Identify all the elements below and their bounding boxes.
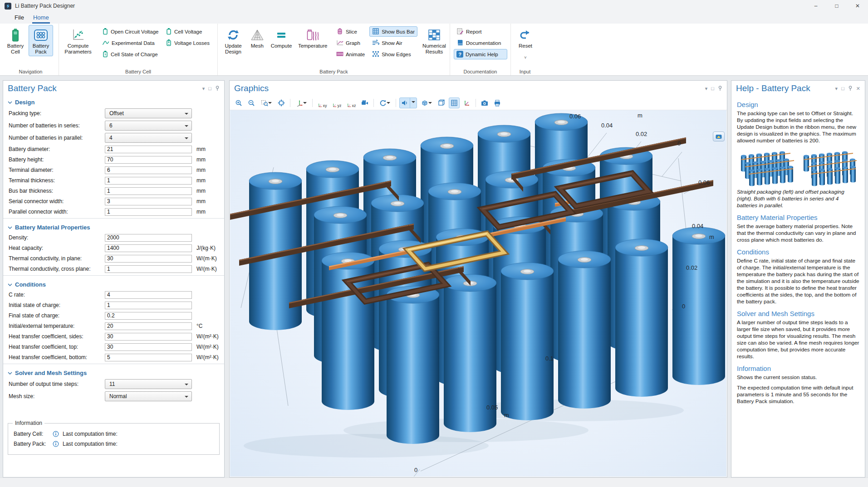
chevron-down-icon[interactable]: ▾ (835, 86, 838, 91)
info-row-battery-pack: Battery Pack: Last computation time: (14, 441, 216, 447)
heat-transfer-bottom-input[interactable] (105, 354, 192, 361)
ribbon-group-battery-cell: Compute Parameters Open Circuit Voltage … (59, 24, 218, 75)
axis-tick-label: 0.06 (569, 113, 581, 120)
serial-connector-width-input[interactable] (105, 198, 192, 205)
chevron-down-icon[interactable]: ▾ (202, 86, 205, 91)
help-text: The expected computation time with defau… (737, 385, 859, 405)
view-options-icon[interactable] (419, 97, 434, 108)
thermal-conductivity-cross-plane-input[interactable] (105, 265, 192, 273)
parallel-connector-width-input[interactable] (105, 208, 192, 216)
c-rate-input[interactable] (105, 291, 192, 299)
chevron-down-icon[interactable] (410, 98, 417, 108)
graph-button[interactable]: Graph (333, 38, 368, 48)
cell-voltage-button[interactable]: Cell Voltage (163, 26, 214, 37)
battery-height-input[interactable] (105, 156, 192, 164)
compute-button[interactable]: Compute (269, 25, 294, 56)
parallel-count-select[interactable]: 4 (105, 133, 192, 143)
pin-icon[interactable] (848, 86, 853, 91)
float-icon[interactable]: □ (208, 86, 211, 91)
book-icon (456, 39, 464, 47)
print-icon[interactable] (492, 97, 503, 108)
section-battery-material-properties[interactable]: Battery Material Properties (3, 221, 224, 234)
mesh-button[interactable]: Mesh (247, 25, 268, 56)
section-design[interactable]: Design (3, 96, 224, 108)
pin-icon[interactable] (215, 86, 220, 91)
image-snapshot-icon[interactable] (479, 97, 490, 108)
open-circuit-voltage-button[interactable]: Open Circuit Voltage (99, 26, 161, 37)
series-count-select[interactable]: 6 (105, 121, 192, 131)
experimental-data-button[interactable]: Experimental Data (99, 38, 161, 48)
heat-transfer-top-input[interactable] (105, 343, 192, 351)
numerical-results-button[interactable]: Numerical Results (419, 25, 449, 56)
initial-state-of-charge-input[interactable] (105, 302, 192, 309)
transparency-icon[interactable] (436, 97, 447, 108)
axis-tick-label: 0.05 (486, 404, 498, 411)
graphics-canvas[interactable]: 0.06 0.04 0.02 0 m 0.06 0.04 0.02 0 m 0.… (230, 110, 726, 477)
documentation-button[interactable]: Documentation (454, 38, 507, 48)
scene-light-button[interactable] (399, 97, 417, 108)
curve-icon (102, 39, 109, 47)
tab-home[interactable]: Home (29, 12, 54, 24)
ribbon: Battery Cell Battery Pack Navigation Com… (0, 24, 868, 76)
minimize-icon[interactable]: – (805, 0, 826, 12)
float-icon[interactable]: □ (711, 86, 714, 91)
battery-bolt-icon (102, 50, 108, 58)
temperature-button[interactable]: Temperature (295, 25, 330, 56)
maximize-icon[interactable]: □ (826, 0, 847, 12)
voltage-losses-button[interactable]: Voltage Losses (163, 38, 214, 48)
battery-diameter-input[interactable] (105, 146, 192, 153)
final-state-of-charge-input[interactable] (105, 312, 192, 320)
float-icon[interactable]: □ (841, 86, 844, 91)
density-input[interactable] (105, 234, 192, 242)
close-icon[interactable]: ✕ (847, 0, 868, 12)
mesh-size-select[interactable]: Normal (105, 391, 192, 401)
battery-pack-button[interactable]: Battery Pack (29, 25, 53, 56)
section-conditions[interactable]: Conditions (3, 278, 224, 291)
section-solver-mesh-settings[interactable]: Solver and Mesh Settings (3, 367, 224, 379)
battery-cell-button[interactable]: Battery Cell (3, 25, 28, 56)
tab-file[interactable]: File (10, 12, 29, 24)
window-title: Li Battery Pack Designer (15, 3, 75, 9)
zoom-in-icon[interactable] (233, 97, 244, 108)
film-icon (336, 51, 343, 58)
divider (3, 364, 224, 364)
rotate-icon[interactable] (377, 97, 392, 108)
terminal-diameter-input[interactable] (105, 166, 192, 174)
zoom-out-icon[interactable] (246, 97, 257, 108)
axis-tick-label: 0 (677, 140, 681, 147)
compute-parameters-button[interactable]: Compute Parameters (62, 25, 94, 56)
go-to-xz-view-icon[interactable]: xz (345, 97, 358, 108)
cell-state-of-charge-button[interactable]: Cell State of Charge (99, 49, 161, 59)
initial-external-temperature-input[interactable] (105, 322, 192, 330)
show-bus-bar-button[interactable]: Show Bus Bar (369, 26, 417, 37)
output-time-steps-select[interactable]: 11 (105, 379, 192, 389)
chevron-down-icon: ˅ (524, 55, 526, 60)
terminal-thickness-input[interactable] (105, 177, 192, 185)
show-edges-button[interactable]: Show Edges (369, 49, 417, 59)
report-button[interactable]: Report (454, 26, 507, 37)
show-air-button[interactable]: Show Air (369, 38, 417, 48)
animate-button[interactable]: Animate (333, 49, 368, 59)
zoom-extents-icon[interactable] (276, 97, 287, 108)
packing-type-select[interactable]: Offset (105, 108, 192, 118)
update-design-button[interactable]: Update Design (221, 25, 246, 56)
close-icon[interactable]: ✕ (856, 86, 860, 91)
go-to-xy-view-icon[interactable]: xy (316, 97, 329, 108)
thermal-conductivity-in-plane-input[interactable] (105, 255, 192, 263)
edges-icon (372, 51, 379, 58)
heat-capacity-input[interactable] (105, 244, 192, 252)
heat-transfer-sides-input[interactable] (105, 333, 192, 341)
pin-icon[interactable] (718, 86, 722, 91)
default-3d-view-icon[interactable] (359, 97, 370, 108)
go-to-default-3d-view-button[interactable] (713, 131, 725, 141)
show-axis-orientation-icon[interactable] (461, 97, 472, 108)
chevron-down-icon[interactable]: ▾ (705, 86, 708, 91)
bus-bar-thickness-input[interactable] (105, 187, 192, 195)
go-to-yz-view-icon[interactable]: yz (330, 97, 343, 108)
zoom-box-icon[interactable] (259, 97, 274, 108)
reset-button[interactable]: Reset ˅ (514, 25, 537, 61)
show-grid-icon[interactable] (449, 97, 460, 108)
dynamic-help-button[interactable]: ? Dynamic Help (454, 49, 507, 59)
axis-orientation-icon[interactable] (294, 97, 309, 108)
slice-button[interactable]: Slice (333, 26, 368, 37)
